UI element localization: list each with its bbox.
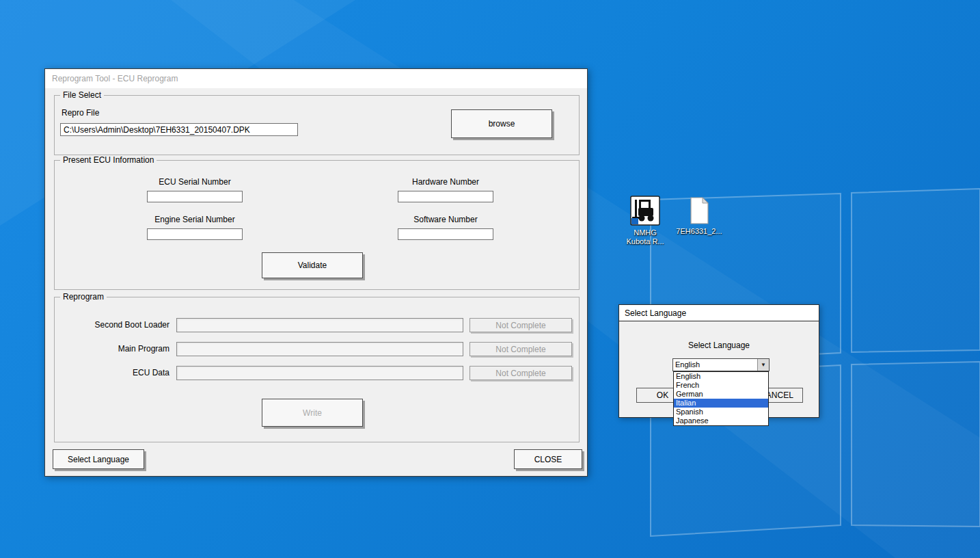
reprogram-tool-window: Reprogram Tool - ECU Reprogram File Sele…	[44, 68, 588, 477]
software-number-label: Software Number	[377, 215, 514, 224]
dialog-title: Select Language	[625, 308, 686, 318]
language-combobox-value: English	[675, 360, 700, 369]
ecu-info-legend: Present ECU Information	[60, 155, 156, 165]
ecu-serial-input[interactable]	[147, 191, 243, 202]
language-option-french[interactable]: French	[674, 381, 768, 390]
second-boot-loader-progress	[176, 318, 463, 332]
select-language-button[interactable]: Select Language	[53, 449, 144, 469]
ecu-data-progress	[176, 366, 463, 380]
window-title-bar[interactable]: Reprogram Tool - ECU Reprogram	[45, 69, 587, 88]
repro-file-label: Repro File	[62, 108, 99, 118]
main-program-status: Not Complete	[469, 342, 572, 356]
forklift-icon	[630, 196, 660, 226]
ecu-serial-label: ECU Serial Number	[126, 177, 263, 187]
repro-file-input[interactable]	[60, 123, 298, 136]
ecu-data-status: Not Complete	[469, 366, 572, 380]
reprogram-legend: Reprogram	[60, 292, 107, 302]
engine-serial-label: Engine Serial Number	[126, 215, 263, 224]
language-option-spanish[interactable]: Spanish	[674, 408, 768, 416]
select-language-dialog: Select Language Select Language English …	[618, 304, 819, 418]
reprogram-group: Reprogram Second Boot Loader Not Complet…	[54, 297, 580, 442]
select-language-label: Select Language	[619, 341, 819, 350]
second-boot-loader-label: Second Boot Loader	[62, 320, 169, 330]
language-option-list: EnglishFrenchGermanItalianSpanishJapanes…	[673, 371, 769, 426]
ecu-info-group: Present ECU Information ECU Serial Numbe…	[54, 160, 580, 290]
hardware-number-label: Hardware Number	[377, 177, 514, 187]
window-title: Reprogram Tool - ECU Reprogram	[52, 74, 178, 83]
language-option-italian[interactable]: Italian	[674, 399, 768, 408]
dialog-title-bar[interactable]: Select Language	[619, 305, 819, 321]
validate-button[interactable]: Validate	[262, 252, 363, 278]
document-icon	[688, 197, 710, 224]
write-button[interactable]: Write	[262, 399, 363, 427]
language-option-english[interactable]: English	[674, 372, 768, 381]
desktop-icon-nmhg-kubota[interactable]: NMHG Kubota R...	[616, 196, 675, 246]
desktop-icon-7eh6331-file[interactable]: 7EH6331_2...	[674, 197, 724, 236]
second-boot-loader-status: Not Complete	[469, 318, 572, 332]
file-select-legend: File Select	[60, 90, 104, 100]
main-program-label: Main Program	[62, 344, 169, 354]
language-option-japanese[interactable]: Japanese	[674, 416, 768, 425]
desktop-icon-label: 7EH6331_2...	[674, 227, 724, 236]
hardware-number-input[interactable]	[398, 191, 493, 202]
main-program-progress	[176, 342, 463, 356]
desktop-icon-label: NMHG Kubota R...	[616, 228, 675, 246]
close-button[interactable]: CLOSE	[514, 449, 582, 469]
language-combobox[interactable]: English ▼	[672, 358, 770, 371]
ecu-data-label: ECU Data	[62, 368, 169, 377]
software-number-input[interactable]	[398, 228, 493, 240]
browse-button[interactable]: browse	[451, 109, 552, 138]
engine-serial-input[interactable]	[147, 228, 243, 240]
file-select-group: File Select Repro File browse	[54, 95, 580, 155]
language-option-german[interactable]: German	[674, 390, 768, 399]
chevron-down-icon[interactable]: ▼	[757, 359, 769, 371]
